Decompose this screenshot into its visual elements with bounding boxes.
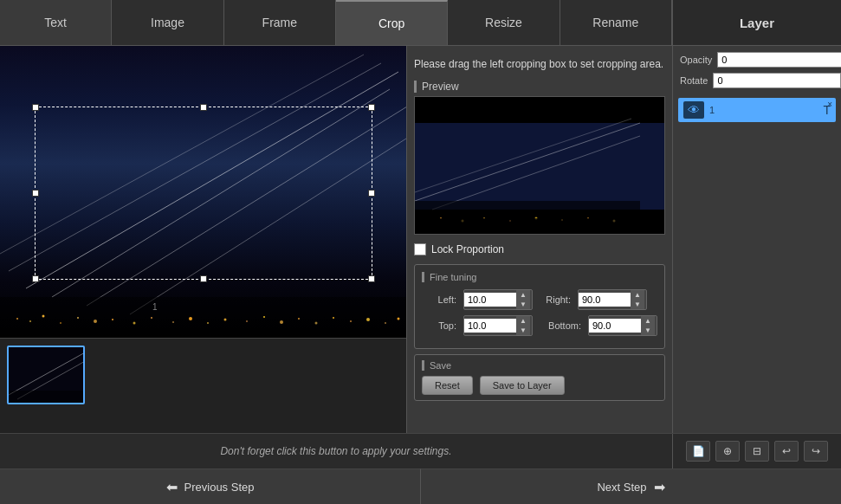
svg-rect-33	[9, 391, 83, 403]
preview-label: Preview	[414, 81, 665, 93]
layer-eye-icon[interactable]: 👁	[683, 101, 704, 119]
lock-proportion-row: Lock Proportion	[414, 243, 665, 255]
top-spin: ▲ ▼	[516, 316, 530, 335]
svg-rect-48	[415, 218, 640, 234]
canvas-panel: 1 ↺ 70 ↻ ⇆ ⇅	[0, 46, 407, 433]
left-input-wrap: ▲ ▼	[463, 289, 533, 310]
filmstrip-thumb-1[interactable]	[7, 346, 85, 404]
svg-point-24	[315, 322, 318, 325]
left-spin-down[interactable]: ▼	[516, 300, 530, 309]
left-spin: ▲ ▼	[516, 290, 530, 309]
canvas-area[interactable]: 1 ↺ 70 ↻ ⇆ ⇅	[0, 46, 406, 338]
layer-action-5[interactable]: ↪	[804, 441, 828, 462]
layer-item-1[interactable]: × 👁 1 T	[678, 98, 836, 122]
rotate-row: Rotate ▲ ▼	[680, 72, 834, 89]
svg-line-3	[87, 107, 406, 306]
preview-section: Preview	[414, 81, 665, 235]
svg-rect-35	[415, 123, 664, 210]
svg-point-22	[280, 320, 283, 324]
bottom-area: Don't forget click this button to apply …	[0, 433, 841, 504]
thumb-svg	[9, 347, 83, 403]
top-nav: Text Image Frame Crop Resize Rename Laye…	[0, 0, 841, 46]
svg-point-7	[16, 318, 18, 320]
top-label: Top:	[422, 320, 456, 331]
left-right-row: Left: ▲ ▼ Right: ▲ ▼	[422, 289, 657, 310]
svg-point-17	[189, 317, 192, 320]
bottom-spin-up[interactable]: ▲	[641, 316, 655, 326]
svg-point-9	[42, 315, 45, 318]
top-spin-down[interactable]: ▼	[516, 326, 530, 335]
top-spin-up[interactable]: ▲	[516, 316, 530, 326]
reset-button[interactable]: Reset	[422, 376, 473, 395]
next-step-button[interactable]: Next Step ➡	[421, 468, 841, 504]
right-spin-up[interactable]: ▲	[631, 290, 644, 300]
layer-panel: Opacity ▲ ▼ Rotate ▲ ▼ ×	[672, 46, 841, 433]
opacity-row: Opacity ▲ ▼	[680, 51, 834, 68]
tab-text[interactable]: Text	[0, 0, 112, 45]
status-hint: Don't forget click this button to apply …	[0, 434, 672, 468]
left-input[interactable]	[464, 293, 516, 307]
layer-panel-header: Layer	[672, 0, 841, 45]
save-to-layer-button[interactable]: Save to Layer	[480, 376, 565, 395]
right-spin: ▲ ▼	[631, 290, 644, 309]
svg-point-11	[77, 317, 79, 319]
lock-proportion-checkbox[interactable]	[414, 243, 426, 255]
svg-line-4	[0, 55, 364, 254]
layer-controls: Opacity ▲ ▼ Rotate ▲ ▼	[673, 46, 841, 94]
right-input[interactable]	[579, 293, 631, 307]
prev-step-button[interactable]: ⬅ Previous Step	[0, 468, 421, 504]
tab-rename[interactable]: Rename	[560, 0, 672, 45]
contrails-svg	[0, 46, 406, 338]
preview-image	[415, 97, 664, 234]
tab-frame[interactable]: Frame	[224, 0, 336, 45]
right-spin-down[interactable]: ▼	[631, 300, 644, 309]
canvas-image: 1	[0, 46, 406, 338]
opacity-input[interactable]	[717, 52, 841, 68]
svg-line-0	[26, 72, 398, 288]
tab-crop[interactable]: Crop	[336, 0, 448, 45]
rotate-input[interactable]	[713, 73, 841, 88]
left-spin-up[interactable]: ▲	[516, 290, 530, 300]
svg-point-15	[151, 317, 152, 319]
svg-line-2	[9, 63, 381, 271]
tab-resize[interactable]: Resize	[448, 0, 560, 45]
top-input-wrap: ▲ ▼	[463, 315, 533, 336]
svg-point-27	[366, 318, 370, 321]
svg-point-14	[133, 322, 136, 325]
layer-action-3[interactable]: ⊟	[745, 441, 769, 462]
bottom-label: Bottom:	[540, 320, 581, 331]
layer-action-2[interactable]: ⊕	[715, 441, 740, 462]
layer-action-4[interactable]: ↩	[774, 441, 799, 462]
layer-close-button[interactable]: ×	[827, 100, 832, 109]
bottom-spin-down[interactable]: ▼	[641, 326, 655, 335]
tab-image[interactable]: Image	[112, 0, 223, 45]
svg-point-28	[385, 322, 386, 324]
svg-point-12	[94, 320, 97, 323]
svg-point-10	[60, 322, 61, 324]
instruction-text: Please drag the left cropping box to set…	[414, 53, 665, 75]
bottom-input-wrap: ▲ ▼	[588, 315, 657, 336]
fine-tuning-title: Fine tuning	[422, 272, 657, 282]
bottom-spin: ▲ ▼	[641, 316, 655, 335]
top-input[interactable]	[464, 319, 516, 333]
bottom-input[interactable]	[589, 319, 641, 333]
rotate-label: Rotate	[680, 75, 708, 86]
status-icons: 📄 ⊕ ⊟ ↩ ↪	[672, 434, 841, 468]
top-bottom-row: Top: ▲ ▼ Bottom: ▲ ▼	[422, 315, 657, 336]
preview-box	[414, 96, 665, 235]
right-input-wrap: ▲ ▼	[578, 289, 647, 310]
lock-proportion-label: Lock Proportion	[431, 243, 504, 255]
svg-point-18	[207, 322, 209, 324]
filmstrip	[0, 338, 406, 433]
svg-point-19	[224, 319, 227, 321]
save-title: Save	[422, 360, 657, 371]
preview-svg	[415, 97, 664, 234]
save-buttons: Reset Save to Layer	[422, 376, 657, 395]
svg-point-25	[333, 317, 334, 319]
svg-rect-6	[0, 297, 406, 338]
left-label: Left:	[422, 294, 456, 305]
svg-point-16	[172, 321, 174, 323]
save-section: Save Reset Save to Layer	[414, 354, 665, 401]
svg-line-1	[52, 89, 390, 297]
layer-action-1[interactable]: 📄	[686, 441, 710, 462]
